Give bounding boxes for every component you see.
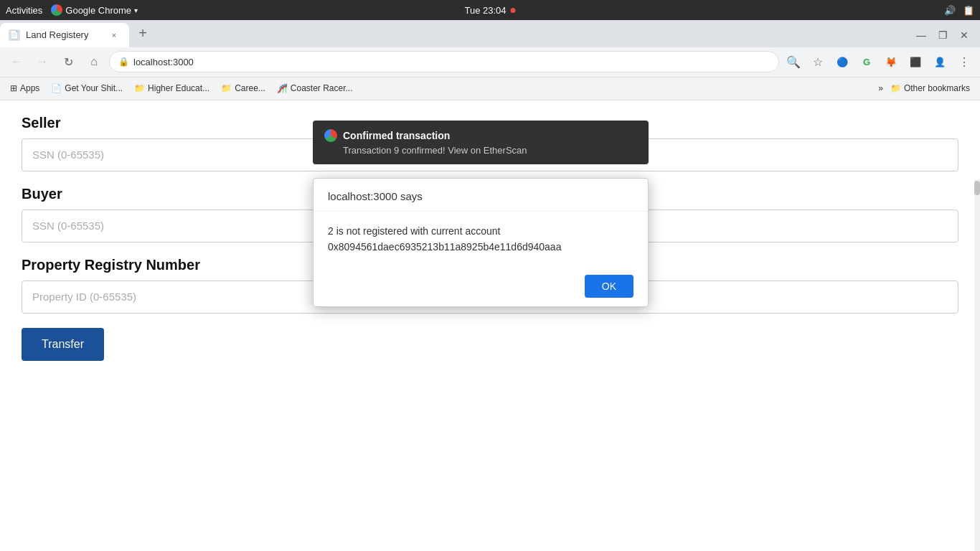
window-minimize-button[interactable]: —	[911, 26, 931, 44]
toast-header: Confirmed transaction	[324, 129, 637, 142]
os-topbar-right: 🔊 📋	[944, 5, 974, 16]
address-text: localhost:3000	[133, 57, 194, 67]
recording-dot-icon	[511, 8, 516, 13]
notification-toast: Confirmed transaction Transaction 9 conf…	[313, 121, 649, 164]
window-maximize-button[interactable]: ❐	[933, 26, 953, 44]
profile-icon[interactable]: 👤	[930, 52, 950, 72]
os-topbar: Activities Google Chrome ▾ Tue 23:04 🔊 📋	[0, 0, 980, 20]
browser-content-area: Seller Buyer Property Registry Number Tr…	[0, 100, 980, 551]
dialog-message-line1: 2 is not registered with current account	[328, 225, 500, 237]
tab-title: Land Registery	[26, 29, 88, 40]
dialog-ok-button[interactable]: OK	[585, 275, 633, 298]
back-button[interactable]: ←	[6, 51, 27, 72]
dialog-footer: OK	[314, 266, 648, 306]
chrome-tab-active[interactable]: 📄 Land Registery ×	[0, 23, 129, 47]
bookmark-career[interactable]: 📁 Caree...	[217, 82, 270, 95]
dialog-header: localhost:3000 says	[314, 179, 648, 212]
bookmark-label-3: Caree...	[235, 83, 265, 93]
chrome-window: 📄 Land Registery × + — ❐ ✕ ← → ↻ ⌂ 🔒 loc…	[0, 20, 980, 551]
extension-icon-4[interactable]: ⬛	[905, 52, 925, 72]
extension-icon-1[interactable]: 🔵	[832, 52, 852, 72]
toast-chrome-icon	[324, 129, 337, 142]
apps-label: Apps	[20, 83, 39, 93]
tab-close-button[interactable]: ×	[108, 29, 121, 42]
dialog-message-line2: 0x8094561daec6935213b11a8925b4e11d6d940a…	[328, 241, 561, 253]
toolbar-right: 🔍 ☆ 🔵 G 🦊 ⬛ 👤 ⋮	[783, 52, 974, 72]
other-bookmarks[interactable]: 📁 Other bookmarks	[886, 82, 974, 95]
address-bar[interactable]: 🔒 localhost:3000	[109, 51, 779, 72]
bookmark-label-4: Coaster Racer...	[291, 83, 353, 93]
bookmark-folder-icon-3: 📁	[221, 83, 232, 93]
apps-grid-icon: ⊞	[10, 83, 17, 93]
chrome-os-icon	[51, 4, 62, 16]
bookmark-higher-educat[interactable]: 📁 Higher Educat...	[130, 82, 214, 95]
bookmark-favicon-1: 📄	[51, 83, 62, 93]
zoom-icon[interactable]: 🔍	[783, 52, 804, 72]
bookmark-get-your-shit[interactable]: 📄 Get Your Shit...	[47, 82, 127, 95]
os-chrome-group[interactable]: Google Chrome ▾	[51, 4, 138, 16]
os-clock: Tue 23:04	[464, 5, 506, 16]
os-topbar-center: Tue 23:04	[464, 5, 515, 16]
refresh-button[interactable]: ↻	[57, 51, 79, 72]
bookmark-folder-icon-2: 📁	[134, 83, 145, 93]
os-clipboard-icon[interactable]: 📋	[963, 5, 974, 16]
toast-body: Transaction 9 confirmed! View on EtherSc…	[324, 145, 637, 156]
forward-button[interactable]: →	[32, 51, 53, 72]
other-bookmarks-folder-icon: 📁	[890, 83, 901, 93]
bookmark-favicon-4: 🎢	[277, 83, 288, 93]
tab-favicon: 📄	[9, 29, 20, 41]
window-close-button[interactable]: ✕	[954, 26, 974, 44]
bookmarks-right: » 📁 Other bookmarks	[878, 82, 974, 95]
home-button[interactable]: ⌂	[83, 51, 105, 72]
extension-icon-3[interactable]: 🦊	[881, 52, 901, 72]
chrome-toolbar: ← → ↻ ⌂ 🔒 localhost:3000 🔍 ☆ 🔵 G 🦊 ⬛ 👤 ⋮	[0, 47, 980, 77]
bookmark-label-1: Get Your Shit...	[65, 83, 123, 93]
bookmark-label-2: Higher Educat...	[148, 83, 209, 93]
bookmarks-more-button[interactable]: »	[878, 83, 883, 93]
dialog-body: 2 is not registered with current account…	[314, 212, 648, 267]
window-controls: — ❐ ✕	[911, 26, 980, 47]
lock-icon: 🔒	[118, 57, 129, 67]
other-bookmarks-label: Other bookmarks	[904, 83, 970, 93]
chrome-menu-button[interactable]: ⋮	[954, 52, 974, 72]
os-activities-label[interactable]: Activities	[6, 5, 42, 16]
bookmarks-bar: ⊞ Apps 📄 Get Your Shit... 📁 Higher Educa…	[0, 77, 980, 100]
apps-bookmark[interactable]: ⊞ Apps	[6, 82, 44, 95]
os-topbar-left: Activities Google Chrome ▾	[6, 4, 138, 16]
extension-icon-2[interactable]: G	[857, 52, 877, 72]
os-volume-icon[interactable]: 🔊	[944, 5, 956, 16]
bookmark-star-icon[interactable]: ☆	[808, 52, 828, 72]
bookmark-coaster-racer[interactable]: 🎢 Coaster Racer...	[273, 82, 357, 95]
dialog-overlay: localhost:3000 says 2 is not registered …	[0, 121, 980, 551]
toast-title: Confirmed transaction	[343, 130, 450, 141]
dialog-box: localhost:3000 says 2 is not registered …	[313, 178, 649, 308]
chrome-tabbar: 📄 Land Registery × + — ❐ ✕	[0, 20, 980, 47]
os-chrome-label: Google Chrome	[65, 5, 131, 16]
new-tab-button[interactable]: +	[132, 23, 154, 44]
os-chrome-dropdown-icon[interactable]: ▾	[134, 6, 138, 14]
